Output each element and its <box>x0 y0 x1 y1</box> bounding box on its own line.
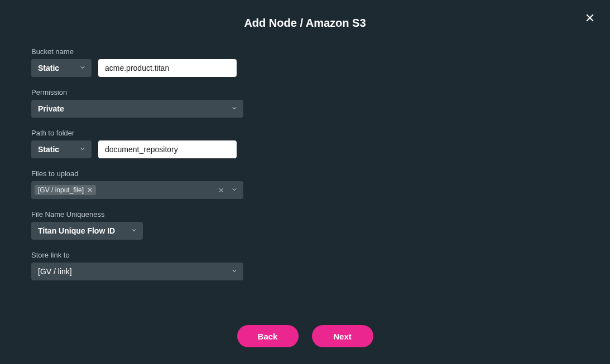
file-chip: [GV / input_file] ✕ <box>35 185 96 195</box>
bucket-mode-select[interactable]: Static <box>31 59 92 77</box>
uniqueness-select[interactable]: Titan Unique Flow ID <box>31 222 143 240</box>
label-permission: Permission <box>31 88 266 96</box>
close-icon <box>584 12 595 23</box>
bucket-name-input[interactable] <box>98 59 237 77</box>
form: Bucket name Static Permission Private Pa… <box>31 47 266 280</box>
label-files: Files to upload <box>31 169 266 178</box>
path-mode-select[interactable]: Static <box>31 140 92 158</box>
label-uniqueness: File Name Uniqueness <box>31 210 266 219</box>
modal-title: Add Node / Amazon S3 <box>31 17 579 30</box>
add-node-modal: Add Node / Amazon S3 Bucket name Static … <box>0 0 610 364</box>
file-chip-label: [GV / input_file] <box>38 186 84 194</box>
field-path: Path to folder Static <box>31 129 266 158</box>
chevron-down-icon <box>231 185 238 195</box>
files-multiselect[interactable]: [GV / input_file] ✕ ✕ <box>31 181 243 199</box>
chevron-down-icon <box>131 226 137 235</box>
field-storelink: Store link to [GV / link] <box>31 251 266 280</box>
next-button[interactable]: Next <box>312 325 373 347</box>
field-permission: Permission Private <box>31 88 266 118</box>
chevron-down-icon <box>231 267 238 276</box>
bucket-mode-value: Static <box>38 64 59 72</box>
permission-value: Private <box>38 104 64 113</box>
path-input[interactable] <box>98 140 237 158</box>
chevron-down-icon <box>79 64 86 72</box>
footer: Back Next <box>0 325 610 347</box>
storelink-select[interactable]: [GV / link] <box>31 263 243 280</box>
back-button[interactable]: Back <box>237 325 299 347</box>
clear-all-icon[interactable]: ✕ <box>218 186 224 195</box>
field-bucket-name: Bucket name Static <box>31 47 266 77</box>
path-mode-value: Static <box>38 145 59 154</box>
chip-remove-icon[interactable]: ✕ <box>87 187 93 193</box>
label-path: Path to folder <box>31 129 266 137</box>
permission-select[interactable]: Private <box>31 100 243 118</box>
chevron-down-icon <box>79 145 86 154</box>
label-storelink: Store link to <box>31 251 266 259</box>
field-uniqueness: File Name Uniqueness Titan Unique Flow I… <box>31 210 266 240</box>
storelink-value: [GV / link] <box>38 267 72 276</box>
chevron-down-icon <box>231 104 238 113</box>
field-files: Files to upload [GV / input_file] ✕ ✕ <box>31 169 266 199</box>
label-bucket-name: Bucket name <box>31 47 266 56</box>
close-button[interactable] <box>582 10 598 26</box>
uniqueness-value: Titan Unique Flow ID <box>38 226 115 235</box>
